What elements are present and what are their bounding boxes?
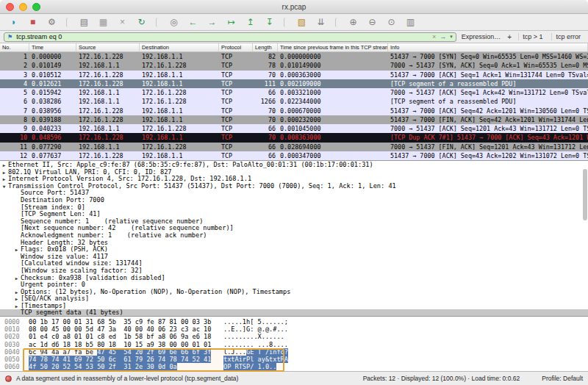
ascii-bytes[interactable]: .........X...... (223, 333, 284, 340)
column-header-no[interactable]: No. (0, 43, 29, 51)
cell-time: 0.077637 (29, 152, 76, 159)
go-last-icon[interactable]: ↧ (260, 16, 279, 29)
stop-capture-icon[interactable]: ■ (24, 16, 42, 29)
packet-row[interactable]: 6 0.038286 192.168.1.1 172.16.1.228 TCP … (0, 97, 588, 106)
column-header-delta[interactable]: Time since previous frame in this TCP st… (278, 43, 388, 51)
go-to-packet-icon[interactable]: ↦ (222, 16, 240, 29)
expand-arrow-icon[interactable]: ▶ (0, 162, 8, 169)
ascii-bytes[interactable]: ........ ...8.... (223, 341, 288, 348)
open-file-icon[interactable]: ▤ (75, 16, 93, 29)
hex-bytes-plain: 00 1b 17 00 01 31 68 5b 35 c9 fe 87 81 0… (29, 318, 211, 325)
zoom-in-icon[interactable]: ⊕ (344, 16, 362, 29)
minimize-window-button[interactable] (19, 3, 27, 11)
filter-clear-icon[interactable]: × (432, 33, 436, 40)
column-header-info[interactable]: Info (388, 43, 588, 51)
colorize-icon[interactable]: ▧ (293, 16, 311, 29)
packet-row[interactable]: 3 0.010512 172.16.1.228 192.168.1.1 TCP … (0, 71, 588, 79)
fit-columns-icon[interactable]: ▥ (401, 16, 420, 29)
cell-time: 0.040233 (29, 125, 76, 132)
reload-file-icon[interactable]: ↻ (132, 16, 151, 29)
auto-scroll-icon[interactable]: ⇊ (312, 16, 330, 29)
packet-row[interactable]: 5 0.015942 192.168.1.1 172.16.1.228 TCP … (0, 88, 588, 97)
capture-options-icon[interactable]: ⚙ (43, 16, 61, 29)
expand-arrow-icon[interactable]: ▼ (0, 183, 8, 190)
packet-details-pane: ▶ Ethernet II, Src: Apple_c9:fe:87 (68:5… (0, 160, 588, 316)
detail-line[interactable]: Destination Port: 7000 (0, 197, 588, 204)
packet-row[interactable]: 2 0.010149 192.168.1.1 172.16.1.228 TCP … (0, 61, 588, 70)
hex-bytes[interactable]: 08 00 45 00 00 5d 47 3a 40 00 40 06 23 c… (29, 325, 214, 333)
hex-row[interactable]: 0060 4f 50 20 52 54 53 50 2f 31 2e 30 0d… (4, 363, 588, 370)
ascii-bytes[interactable]: l.J...GE T /info? (223, 348, 288, 356)
cell-delta: 0.002109000 (278, 80, 388, 87)
filter-dropdown-icon[interactable]: ▾ (450, 34, 453, 40)
filter-bookmark-icon[interactable]: ⚑ (7, 34, 12, 40)
column-header-protocol[interactable]: Protocol (219, 43, 253, 51)
hex-row[interactable]: 0040 6c 94 4a a7 fa be 47 45 54 20 2f 69… (4, 348, 588, 356)
details-scrollbar-thumb[interactable] (583, 169, 587, 220)
expand-arrow-icon[interactable]: ▶ (12, 289, 21, 296)
go-first-icon[interactable]: ↥ (241, 16, 259, 29)
detail-line[interactable]: ▶ Checksum: 0xa938 [validation disabled] (0, 275, 588, 282)
column-header-source[interactable]: Source (76, 43, 140, 51)
column-header-dest[interactable]: Destination (140, 43, 219, 51)
hex-bytes[interactable]: ac 1d d6 18 18 b5 80 18 10 15 a9 38 00 0… (29, 341, 214, 348)
expand-arrow-icon[interactable]: ▶ (0, 176, 8, 183)
hex-bytes[interactable]: 74 78 74 41 69 72 50 6c 61 79 26 74 78 7… (29, 356, 214, 363)
find-packet-icon[interactable]: ◎ (165, 16, 183, 29)
zoom-100-icon[interactable]: ⊙ (382, 16, 401, 29)
expression-button[interactable]: Expression… (462, 33, 501, 40)
packet-row[interactable]: 11 0.077290 192.168.1.1 172.16.1.228 TCP… (0, 143, 588, 151)
hex-bytes[interactable]: 4f 50 20 52 54 53 50 2f 31 2e 30 0d 0a (29, 363, 214, 370)
hex-bytes[interactable]: 01 e4 c0 a8 01 01 c8 ed 1b 58 bf a8 06 9… (29, 333, 214, 340)
expand-arrow-icon[interactable]: ▶ (0, 169, 8, 176)
ascii-bytes[interactable]: OP RTSP/ 1.0.. (223, 363, 276, 370)
detail-line[interactable]: TCP segment data (41 bytes) (0, 309, 588, 316)
ascii-bytes[interactable]: .....1h[ 5......; (223, 318, 288, 325)
ascii-selected: txtAirPl ay&txtRA (223, 356, 288, 363)
hex-row[interactable]: 0020 01 e4 c0 a8 01 01 c8 ed 1b 58 bf a8… (4, 333, 588, 340)
packet-row[interactable]: 9 0.040233 192.168.1.1 172.16.1.228 TCP … (0, 124, 588, 133)
packet-row[interactable]: 12 0.077637 172.16.1.228 192.168.1.1 TCP… (0, 151, 588, 160)
packet-row[interactable]: 7 0.038956 172.16.1.228 192.168.1.1 TCP … (0, 107, 588, 115)
expert-info-icon[interactable] (5, 375, 12, 382)
maximize-window-button[interactable] (32, 3, 40, 11)
expand-arrow-icon[interactable]: ▶ (12, 246, 21, 253)
hex-row[interactable]: 0000 00 1b 17 00 01 31 68 5b 35 c9 fe 87… (4, 318, 588, 325)
packet-row[interactable]: 8 0.039188 172.16.1.228 192.168.1.1 TCP … (0, 115, 588, 124)
add-filter-button[interactable]: + (506, 33, 513, 41)
details-scrollbar[interactable] (582, 163, 587, 312)
expand-arrow-icon[interactable]: ▶ (12, 295, 21, 303)
ascii-bytes[interactable]: txtAirPl ay&txtRA (223, 356, 288, 363)
zoom-out-icon[interactable]: ⊖ (363, 16, 381, 29)
toolbar-icon-glyph: ⇊ (317, 18, 324, 26)
detail-line[interactable]: ▶ [SEQ/ACK analysis] (0, 295, 588, 303)
display-filter-field[interactable]: ⚑ tcp.stream eq 0 × → ▾ (4, 32, 456, 42)
save-file-icon[interactable]: ▦ (94, 16, 112, 29)
column-header-time[interactable]: Time (29, 43, 76, 51)
packet-row[interactable]: 1 0.000000 172.16.1.228 192.168.1.1 TCP … (0, 52, 588, 61)
close-file-icon[interactable]: × (113, 16, 132, 29)
status-profile[interactable]: Profile: Default (542, 375, 583, 382)
display-filter-input[interactable]: tcp.stream eq 0 (16, 33, 429, 40)
expand-arrow-icon[interactable]: ▶ (12, 275, 21, 282)
hex-row[interactable]: 0050 74 78 74 41 69 72 50 6c 61 79 26 74… (4, 356, 588, 363)
hex-bytes[interactable]: 6c 94 4a a7 fa be 47 45 54 20 2f 69 6e 6… (29, 348, 214, 356)
cell-delta: 0.000000000 (278, 53, 388, 60)
go-forward-icon[interactable]: → (203, 16, 221, 29)
packet-row[interactable]: 4 0.012621 172.16.1.228 192.168.1.1 TCP … (0, 79, 588, 88)
hex-bytes[interactable]: 00 1b 17 00 01 31 68 5b 35 c9 fe 87 81 0… (29, 318, 214, 325)
cell-info: 7000 → 51437 [SYN, ACK] Seq=0 Ack=1 Win=… (388, 62, 588, 69)
expand-arrow-icon[interactable]: ▶ (12, 303, 21, 310)
ascii-bytes[interactable]: ..E..]G: @.@.#... (223, 325, 288, 333)
close-window-button[interactable] (6, 3, 14, 11)
start-capture-icon[interactable]: ◗ (4, 16, 23, 29)
filter-apply-icon[interactable]: → (440, 33, 446, 40)
packet-row[interactable]: 10 0.048596 172.16.1.228 192.168.1.1 TCP… (0, 133, 588, 142)
go-back-icon[interactable]: ← (184, 16, 202, 29)
filter-shortcut-button-2[interactable]: tcp error (551, 33, 584, 40)
filter-shortcut-button-1[interactable]: tcp > 1 (518, 33, 546, 40)
toolbar-separator (284, 18, 290, 27)
hex-row[interactable]: 0010 08 00 45 00 00 5d 47 3a 40 00 40 06… (4, 325, 588, 333)
hex-row[interactable]: 0030 ac 1d d6 18 18 b5 80 18 10 15 a9 38… (4, 341, 588, 348)
column-header-length[interactable]: Length (253, 43, 278, 51)
